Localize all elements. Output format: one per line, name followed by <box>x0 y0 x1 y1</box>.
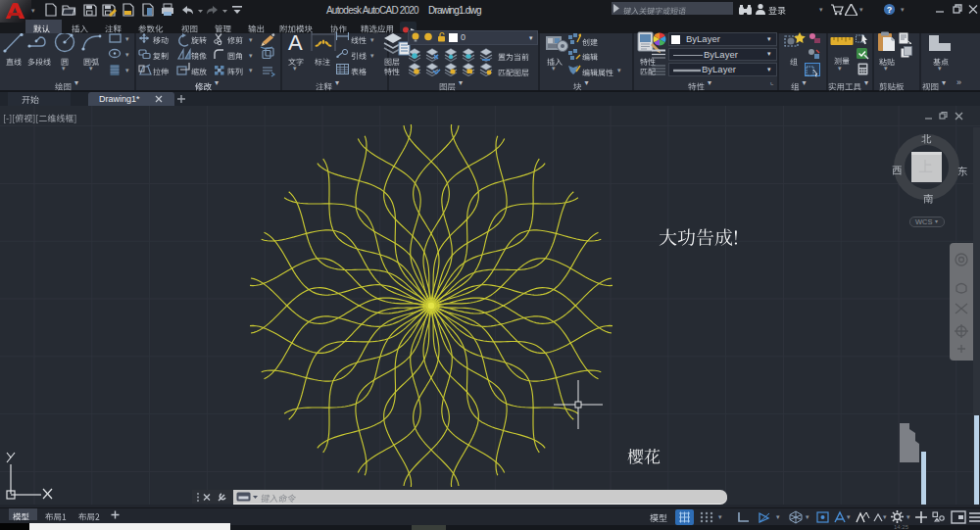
svg-text:?: ? <box>887 5 893 15</box>
